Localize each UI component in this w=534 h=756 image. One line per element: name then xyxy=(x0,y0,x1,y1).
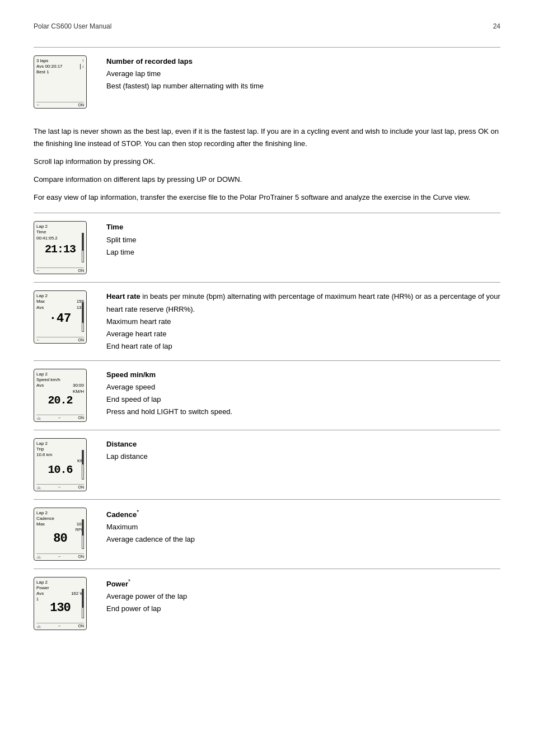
laps-device: 3 laps ↑ Avs 00:20:17 ↓ Best 1 ← ON xyxy=(34,55,95,109)
heartrate-end: End heart rate of lap xyxy=(106,340,500,353)
laps-avg-text: Average lap time xyxy=(106,68,500,80)
heartrate-title: Heart rate in beats per minute (bpm) alt… xyxy=(106,290,500,315)
distance-device: Lap 2 Trip 10.6 km KM 10.6 🚲 ← ON xyxy=(34,438,95,491)
power-end: End power of lap xyxy=(106,603,500,615)
cadence-content: Cadence* Maximum Average cadence of the … xyxy=(106,508,500,561)
speed-content: Speed min/km Average speed End speed of … xyxy=(106,369,500,422)
heartrate-section: Lap 2 Max158 Avs137 ·47 ← ON Heart rate … xyxy=(34,282,500,360)
distance-content: Distance Lap distance xyxy=(106,438,500,491)
speed-light: Press and hold LIGHT to switch speed. xyxy=(106,406,500,418)
time-section: Lap 2 Time 00:41:05.2 21:13 ← ON Time Sp… xyxy=(34,213,500,282)
page-header: Polar CS600 User Manual 24 xyxy=(34,22,500,30)
laps-content: Number of recorded laps Average lap time… xyxy=(106,55,500,109)
laps-section: 3 laps ↑ Avs 00:20:17 ↓ Best 1 ← ON Numb… xyxy=(34,47,500,116)
cadence-device: Lap 2 Cadence Max104 RPG 80 🚲 ← ON xyxy=(34,508,95,561)
power-content: Power* Average power of the lap End powe… xyxy=(106,577,500,630)
speed-section: Lap 2 Speed km/h Avs30:00 KM/H 20.2 🚲 ← … xyxy=(34,360,500,430)
heartrate-device: Lap 2 Max158 Avs137 ·47 ← ON xyxy=(34,290,95,352)
speed-title: Speed min/km xyxy=(106,370,156,379)
heartrate-avg: Average heart rate xyxy=(106,328,500,340)
heartrate-max: Maximum heart rate xyxy=(106,316,500,328)
power-device: Lap 2 Power Avs162 W 1 130 🚲 ← ON xyxy=(34,577,95,630)
cadence-title: Cadence* xyxy=(106,508,500,521)
distance-lap: Lap distance xyxy=(106,450,500,463)
page-number: 24 xyxy=(493,22,500,30)
distance-title: Distance xyxy=(106,440,137,448)
power-title: Power* xyxy=(106,577,500,590)
power-avg: Average power of the lap xyxy=(106,590,500,603)
time-device: Lap 2 Time 00:41:05.2 21:13 ← ON xyxy=(34,221,95,274)
distance-section: Lap 2 Trip 10.6 km KM 10.6 🚲 ← ON Distan… xyxy=(34,430,500,499)
body-para-2: Scroll lap information by pressing OK. xyxy=(34,156,500,168)
body-para-3: Compare information on different laps by… xyxy=(34,173,500,186)
time-content: Time Split time Lap time xyxy=(106,221,500,274)
body-para-1: The last lap is never shown as the best … xyxy=(34,125,500,150)
heartrate-content: Heart rate in beats per minute (bpm) alt… xyxy=(106,290,500,352)
speed-device: Lap 2 Speed km/h Avs30:00 KM/H 20.2 🚲 ← … xyxy=(34,369,95,422)
speed-avg: Average speed xyxy=(106,381,500,393)
time-lap: Lap time xyxy=(106,246,500,259)
time-split: Split time xyxy=(106,234,500,246)
power-section: Lap 2 Power Avs162 W 1 130 🚲 ← ON Power*… xyxy=(34,569,500,638)
cadence-section: Lap 2 Cadence Max104 RPG 80 🚲 ← ON Caden… xyxy=(34,499,500,569)
laps-title: Number of recorded laps xyxy=(106,57,193,65)
cadence-avg: Average cadence of the lap xyxy=(106,533,500,546)
laps-best-text: Best (fastest) lap number alternating wi… xyxy=(106,80,500,92)
manual-title: Polar CS600 User Manual xyxy=(34,22,111,30)
body-text-block: The last lap is never shown as the best … xyxy=(34,125,500,204)
cadence-max: Maximum xyxy=(106,521,500,533)
time-title: Time xyxy=(106,223,123,231)
body-para-4: For easy view of lap information, transf… xyxy=(34,191,500,204)
speed-end: End speed of lap xyxy=(106,393,500,406)
